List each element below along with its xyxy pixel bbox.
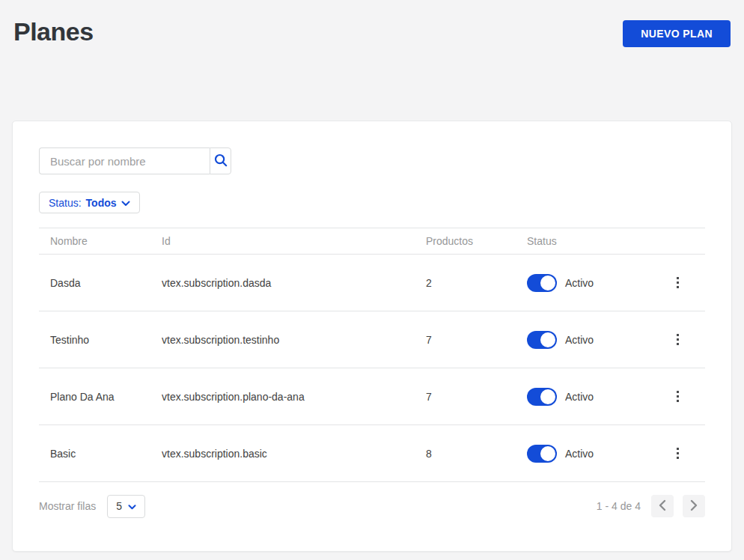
plan-name: Testinho: [39, 334, 150, 346]
status-filter-value: Todos: [86, 197, 117, 209]
status-toggle[interactable]: [527, 331, 557, 349]
plan-status-cell: Activo: [516, 445, 662, 463]
table-row[interactable]: Dasda vtex.subscription.dasda 2 Activo: [39, 255, 705, 311]
plan-id: vtex.subscription.plano-da-ana: [150, 391, 415, 403]
search-group: [39, 147, 231, 174]
column-header-id: Id: [150, 235, 415, 247]
chevron-right-icon: [690, 499, 698, 514]
pagination: 1 - 4 de 4: [597, 495, 705, 517]
toggle-knob: [540, 332, 555, 347]
toggle-knob: [540, 276, 555, 290]
status-toggle[interactable]: [527, 274, 557, 292]
status-filter-label: Status:: [49, 197, 82, 209]
table-row[interactable]: Testinho vtex.subscription.testinho 7 Ac…: [39, 311, 705, 368]
row-actions-cell: [662, 385, 707, 408]
pagination-range: 1 - 4 de 4: [597, 500, 641, 512]
row-actions-cell: [662, 271, 707, 294]
kebab-menu-icon[interactable]: [669, 385, 686, 408]
search-input[interactable]: [39, 147, 210, 174]
rows-per-page-value: 5: [116, 500, 122, 512]
page-header: Planes NUEVO PLAN: [12, 17, 732, 47]
plan-id: vtex.subscription.testinho: [150, 334, 415, 346]
status-label: Activo: [565, 448, 594, 460]
status-label: Activo: [565, 391, 594, 403]
rows-per-page-label: Mostrar filas: [39, 500, 96, 512]
rows-per-page-control: Mostrar filas 5: [39, 495, 145, 518]
search-button[interactable]: [210, 147, 231, 174]
previous-page-button[interactable]: [651, 495, 674, 517]
plan-products-count: 7: [415, 391, 516, 403]
chevron-down-icon: [128, 500, 136, 512]
table-row[interactable]: Plano Da Ana vtex.subscription.plano-da-…: [39, 368, 705, 425]
plans-card: Status: Todos Nombre Id Productos Status: [12, 121, 732, 552]
table-header-row: Nombre Id Productos Status: [39, 228, 705, 255]
chevron-down-icon: [121, 197, 130, 209]
plan-id: vtex.subscription.dasda: [150, 277, 415, 289]
plan-products-count: 7: [415, 334, 516, 346]
row-actions-cell: [662, 328, 707, 351]
status-filter-chip[interactable]: Status: Todos: [39, 192, 140, 213]
column-header-nombre: Nombre: [39, 235, 150, 247]
table-row[interactable]: Basic vtex.subscription.basic 8 Activo: [39, 425, 705, 482]
row-actions-cell: [662, 442, 707, 465]
column-header-status: Status: [516, 235, 662, 247]
plan-name: Dasda: [39, 277, 150, 289]
kebab-menu-icon[interactable]: [669, 328, 686, 351]
magnifier-icon: [213, 153, 228, 170]
plan-status-cell: Activo: [516, 388, 662, 406]
next-page-button[interactable]: [683, 495, 705, 517]
plan-name: Plano Da Ana: [39, 391, 150, 403]
rows-per-page-select[interactable]: 5: [107, 495, 145, 518]
status-toggle[interactable]: [527, 388, 557, 406]
plans-table: Nombre Id Productos Status Dasda vtex.su…: [39, 228, 705, 482]
plan-products-count: 2: [415, 277, 516, 289]
table-body: Dasda vtex.subscription.dasda 2 Activo T…: [39, 255, 705, 482]
new-plan-button[interactable]: NUEVO PLAN: [623, 20, 731, 47]
kebab-menu-icon[interactable]: [669, 271, 686, 294]
filter-row: Status: Todos: [39, 192, 705, 213]
table-footer: Mostrar filas 5 1 - 4 de 4: [39, 494, 705, 518]
status-toggle[interactable]: [527, 445, 557, 463]
kebab-menu-icon[interactable]: [669, 442, 686, 465]
plan-id: vtex.subscription.basic: [150, 448, 415, 460]
column-header-productos: Productos: [415, 235, 516, 247]
plan-status-cell: Activo: [516, 274, 662, 292]
status-label: Activo: [565, 277, 594, 289]
status-label: Activo: [565, 334, 594, 346]
plan-products-count: 8: [415, 448, 516, 460]
toggle-knob: [540, 446, 555, 461]
page-title: Planes: [13, 17, 94, 46]
plan-status-cell: Activo: [516, 331, 662, 349]
chevron-left-icon: [659, 499, 666, 514]
plan-name: Basic: [39, 448, 150, 460]
planes-page: Planes NUEVO PLAN Status: Todos: [0, 0, 744, 552]
toggle-knob: [540, 389, 555, 404]
